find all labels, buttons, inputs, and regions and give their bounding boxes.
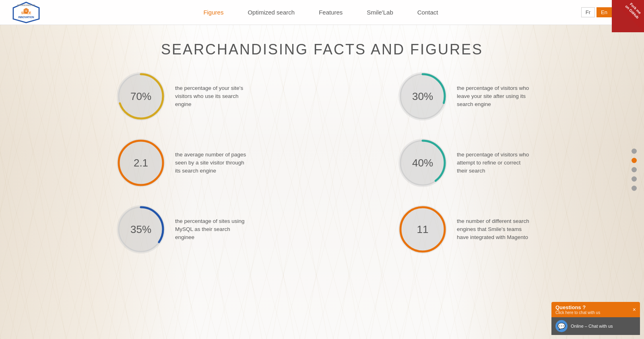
svg-text:INNOVATION: INNOVATION xyxy=(18,16,34,19)
github-ribbon-text: Fork meon GitHub xyxy=(619,0,644,25)
lang-fr-button[interactable]: Fr xyxy=(581,7,595,17)
chat-bubble-icon: 💬 xyxy=(555,320,568,332)
stats-left-column: 70% the percentage of your site's visito… xyxy=(115,70,248,256)
chat-title: Questions ? xyxy=(555,304,600,310)
stat-desc-11: the number of different search engines t… xyxy=(457,217,529,242)
stat-item-30: 30% the percentage of visitors who leave… xyxy=(396,70,529,123)
side-dot-1[interactable] xyxy=(632,148,637,154)
stat-desc-40: the percentage of visitors who attempt t… xyxy=(457,151,529,175)
nav-links: Figures Optimized search Features Smile'… xyxy=(60,9,581,16)
chat-body[interactable]: 💬 Online – Chat with us xyxy=(551,317,640,335)
circle-30: 30% xyxy=(396,70,449,123)
nav-link-contact[interactable]: Contact xyxy=(417,9,438,16)
logo[interactable]: SPONSORED BY SMILE INNOVATION ✦ xyxy=(8,1,60,23)
stat-desc-2-1: the average number of pages seen by a si… xyxy=(175,151,248,175)
stat-value-2-1: 2.1 xyxy=(134,157,148,169)
side-dot-3[interactable] xyxy=(632,167,637,172)
nav-link-figures[interactable]: Figures xyxy=(203,9,223,16)
stat-value-70: 70% xyxy=(130,90,151,103)
svg-text:SPONSORED BY: SPONSORED BY xyxy=(17,4,35,6)
stat-desc-30: the percentage of visitors who leave you… xyxy=(457,84,529,109)
stats-right-column: 30% the percentage of visitors who leave… xyxy=(396,70,529,256)
stat-value-35: 35% xyxy=(130,223,151,236)
nav-link-smilelab[interactable]: Smile'Lab xyxy=(367,9,393,16)
language-switcher: Fr En xyxy=(581,7,612,17)
chat-widget[interactable]: Questions ? Click here to chat with us ×… xyxy=(551,302,640,335)
stat-value-40: 40% xyxy=(412,157,433,169)
stat-item-11: 11 the number of different search engine… xyxy=(396,203,529,256)
circle-35: 35% xyxy=(115,203,167,256)
chat-header-text: Questions ? Click here to chat with us xyxy=(555,304,600,315)
chat-header: Questions ? Click here to chat with us × xyxy=(551,302,640,317)
stat-desc-35: the percentage of sites using MySQL as t… xyxy=(175,217,248,242)
circle-11: 11 xyxy=(396,203,449,256)
stat-item-35: 35% the percentage of sites using MySQL … xyxy=(115,203,248,256)
nav-link-optimized-search[interactable]: Optimized search xyxy=(248,9,295,16)
circle-70: 70% xyxy=(115,70,167,123)
side-dot-5[interactable] xyxy=(632,185,637,191)
navigation: SPONSORED BY SMILE INNOVATION ✦ Figures … xyxy=(0,0,644,25)
stats-container: 70% the percentage of your site's visito… xyxy=(40,70,604,256)
main-content: SEARCHANDISING FACTS AND FIGURES 70% the… xyxy=(0,25,644,339)
side-dot-4[interactable] xyxy=(632,176,637,181)
circle-2-1: 2.1 xyxy=(115,137,167,189)
stat-value-30: 30% xyxy=(412,90,433,103)
github-ribbon[interactable]: Fork meon GitHub xyxy=(612,0,644,32)
side-navigation xyxy=(632,148,637,191)
lang-en-button[interactable]: En xyxy=(597,7,612,17)
stat-item-70: 70% the percentage of your site's visito… xyxy=(115,70,248,123)
stat-desc-70: the percentage of your site's visitors w… xyxy=(175,84,248,109)
side-dot-2[interactable] xyxy=(632,158,637,163)
svg-text:✦: ✦ xyxy=(25,9,27,13)
chat-status-text: Online – Chat with us xyxy=(571,324,613,329)
chat-close-button[interactable]: × xyxy=(633,306,636,313)
stat-item-40: 40% the percentage of visitors who attem… xyxy=(396,137,529,189)
nav-link-features[interactable]: Features xyxy=(319,9,343,16)
page-title: SEARCHANDISING FACTS AND FIGURES xyxy=(161,41,483,58)
stat-value-11: 11 xyxy=(417,223,429,236)
circle-40: 40% xyxy=(396,137,449,189)
chat-subtitle: Click here to chat with us xyxy=(555,310,600,315)
stat-item-2-1: 2.1 the average number of pages seen by … xyxy=(115,137,248,189)
